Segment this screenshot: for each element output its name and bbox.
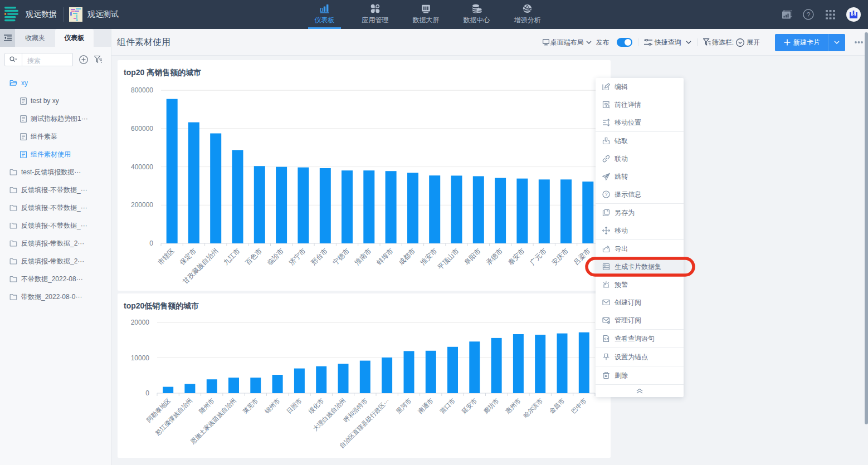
svg-text:百色市: 百色市 (244, 247, 264, 266)
svg-text:巴中市: 巴中市 (570, 397, 588, 415)
svg-text:锦州市: 锦州市 (263, 397, 281, 415)
svg-text:市辖区: 市辖区 (156, 247, 175, 266)
svg-text:南通市: 南通市 (417, 397, 435, 415)
svg-text:20000: 20000 (131, 319, 150, 326)
svg-text:惠州市: 惠州市 (504, 397, 522, 415)
svg-text:随州市: 随州市 (198, 397, 216, 415)
svg-text:九江市: 九江市 (222, 247, 241, 266)
svg-text:济宁市: 济宁市 (287, 247, 307, 266)
svg-text:0: 0 (145, 389, 149, 397)
svg-text:金昌市: 金昌市 (548, 397, 566, 415)
svg-text:800000: 800000 (131, 86, 153, 94)
svg-text:营口市: 营口市 (438, 397, 456, 415)
svg-text:延安市: 延安市 (460, 397, 478, 415)
svg-text:淮安市: 淮安市 (419, 247, 438, 266)
svg-text:泰安市: 泰安市 (506, 247, 526, 266)
svg-text:怒江傈僳族自治州: 怒江傈僳族自治州 (154, 397, 194, 437)
svg-text:哈尔滨市: 哈尔滨市 (522, 397, 544, 419)
svg-text:日照市: 日照市 (285, 397, 303, 415)
svg-text:邢台市: 邢台市 (310, 247, 329, 266)
svg-text:600000: 600000 (131, 125, 153, 133)
svg-text:成都市: 成都市 (397, 247, 417, 266)
svg-text:保定市: 保定市 (178, 247, 198, 266)
svg-text:安庆市: 安庆市 (550, 247, 570, 266)
svg-text:临汾市: 临汾市 (266, 247, 285, 266)
svg-text:200000: 200000 (131, 201, 153, 209)
svg-text:蚌埠市: 蚌埠市 (375, 247, 394, 266)
svg-text:淮南市: 淮南市 (353, 247, 373, 266)
svg-text:10000: 10000 (131, 354, 150, 362)
svg-text:莱芜市: 莱芜市 (241, 397, 259, 415)
svg-text:广元市: 广元市 (529, 247, 548, 266)
svg-text:?: ? (605, 192, 608, 197)
svg-text:平顶山市: 平顶山市 (436, 247, 461, 271)
svg-text:阜阳市: 阜阳市 (463, 247, 482, 266)
svg-text:廊坊市: 廊坊市 (482, 397, 500, 415)
svg-text:0: 0 (149, 239, 153, 247)
svg-text:?: ? (807, 11, 811, 19)
svg-text:承德市: 承德市 (484, 247, 504, 267)
svg-text:恩施土家族苗族自治州: 恩施土家族苗族自治州 (189, 397, 237, 446)
svg-text:宁德市: 宁德市 (331, 247, 351, 266)
svg-text:绥化市: 绥化市 (307, 397, 325, 415)
svg-text:黑河市: 黑河市 (395, 397, 413, 415)
svg-text:400000: 400000 (131, 163, 153, 171)
